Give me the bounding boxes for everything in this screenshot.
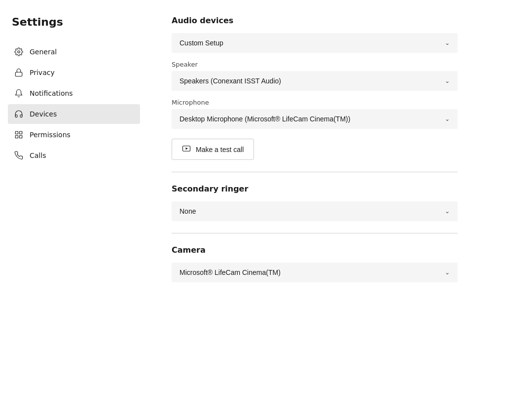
svg-rect-4	[15, 136, 18, 138]
sidebar-item-permissions[interactable]: Permissions	[8, 125, 140, 145]
svg-rect-5	[20, 136, 22, 138]
gear-icon	[14, 47, 24, 57]
headset-icon	[14, 109, 24, 119]
chevron-down-icon: ⌄	[445, 77, 450, 84]
audio-setup-dropdown[interactable]: Custom Setup ⌄	[172, 33, 458, 53]
sidebar-item-label: General	[30, 48, 57, 56]
lock-icon	[14, 68, 24, 77]
camera-section: Camera Microsoft® LifeCam Cinema(TM) ⌄	[172, 245, 458, 282]
main-content: Audio devices Custom Setup ⌄ Speaker Spe…	[148, 16, 473, 420]
sidebar-item-label: Devices	[30, 110, 57, 118]
chevron-down-icon: ⌄	[445, 269, 450, 276]
microphone-label: Microphone	[172, 99, 458, 106]
svg-point-0	[18, 51, 20, 53]
speaker-value: Speakers (Conexant ISST Audio)	[180, 77, 281, 85]
section-divider-2	[172, 233, 458, 233]
sidebar: Settings General Privacy	[0, 16, 148, 420]
audio-devices-title: Audio devices	[172, 16, 458, 25]
sidebar-item-privacy[interactable]: Privacy	[8, 63, 140, 82]
microphone-value: Desktop Microphone (Microsoft® LifeCam C…	[180, 115, 350, 123]
chevron-down-icon: ⌄	[445, 39, 450, 46]
sidebar-item-label: Notifications	[30, 89, 73, 97]
svg-rect-1	[15, 72, 22, 76]
sidebar-item-label: Privacy	[30, 69, 55, 76]
chevron-down-icon: ⌄	[445, 115, 450, 122]
secondary-ringer-section: Secondary ringer None ⌄	[172, 184, 458, 221]
sidebar-item-general[interactable]: General	[8, 42, 140, 62]
microphone-dropdown[interactable]: Desktop Microphone (Microsoft® LifeCam C…	[172, 109, 458, 129]
secondary-ringer-title: Secondary ringer	[172, 184, 458, 193]
chevron-down-icon: ⌄	[445, 208, 450, 215]
bell-icon	[14, 88, 24, 98]
camera-title: Camera	[172, 245, 458, 255]
section-divider	[172, 172, 458, 172]
svg-rect-3	[20, 131, 22, 134]
camera-dropdown[interactable]: Microsoft® LifeCam Cinema(TM) ⌄	[172, 263, 458, 282]
sidebar-item-calls[interactable]: Calls	[8, 146, 140, 165]
audio-devices-section: Audio devices Custom Setup ⌄ Speaker Spe…	[172, 16, 458, 160]
camera-value: Microsoft® LifeCam Cinema(TM)	[180, 268, 281, 276]
svg-marker-7	[186, 148, 188, 150]
speaker-label: Speaker	[172, 61, 458, 68]
test-call-icon	[182, 144, 191, 154]
sidebar-item-label: Permissions	[30, 131, 71, 139]
sidebar-item-label: Calls	[30, 152, 46, 159]
ringer-value: None	[180, 207, 196, 215]
test-call-label: Make a test call	[196, 146, 244, 153]
phone-icon	[14, 151, 24, 160]
make-test-call-button[interactable]: Make a test call	[172, 139, 254, 160]
sidebar-item-notifications[interactable]: Notifications	[8, 83, 140, 103]
audio-setup-value: Custom Setup	[180, 39, 223, 47]
page-title: Settings	[8, 16, 140, 28]
sidebar-item-devices[interactable]: Devices	[8, 104, 140, 124]
speaker-dropdown[interactable]: Speakers (Conexant ISST Audio) ⌄	[172, 71, 458, 91]
grid-icon	[14, 130, 24, 140]
svg-rect-2	[15, 131, 18, 134]
ringer-dropdown[interactable]: None ⌄	[172, 201, 458, 221]
